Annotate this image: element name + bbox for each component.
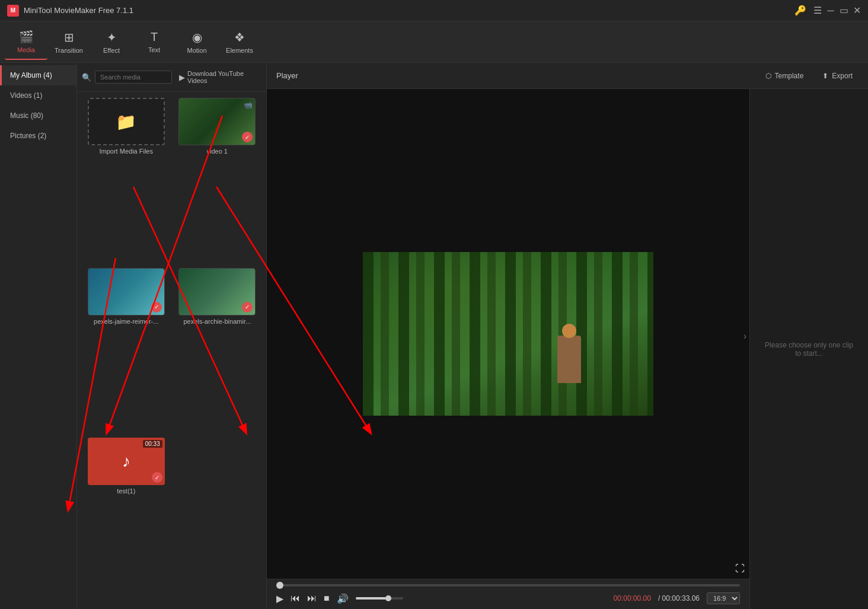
toolbar-transition[interactable]: ⊞ Transition (47, 24, 90, 60)
chevron-right-icon[interactable]: › (743, 331, 746, 342)
next-frame-btn[interactable]: ⏭ (307, 593, 317, 604)
folder-icon: 📁 (116, 112, 136, 132)
export-icon: ⬆ (822, 72, 828, 80)
key-icon: 🔑 (794, 5, 806, 16)
app-title: MiniTool MovieMaker Free 7.1.1 (24, 6, 794, 15)
media-icon: 🎬 (19, 30, 34, 44)
play-btn[interactable]: ▶ (276, 593, 283, 604)
volume-handle[interactable] (385, 595, 391, 601)
volume-slider[interactable] (356, 597, 403, 600)
video1-thumb: 📹 ✓ (178, 98, 256, 145)
template-label: Template (775, 72, 804, 80)
check-badge-pic2: ✓ (242, 302, 253, 313)
sidebar-item-music[interactable]: Music (80) (0, 106, 76, 126)
camera-badge: 📹 (244, 101, 253, 109)
effect-icon: ✦ (107, 30, 117, 44)
toolbar-effect-label: Effect (103, 47, 120, 54)
toolbar-media[interactable]: 🎬 Media (5, 24, 47, 60)
title-bar: M MiniTool MovieMaker Free 7.1.1 🔑 ☰ ─ ▭… (0, 0, 868, 21)
player-video-row: ⛶ ▶ ⏮ ⏭ ■ 🔊 (267, 89, 868, 609)
pic1-label: pexels-jaime-reimer-... (94, 318, 158, 325)
player-controls: ▶ ⏮ ⏭ ■ 🔊 00:00:00.00 / 00:00:33.06 (267, 579, 749, 609)
aspect-ratio-select[interactable]: 16:9 9:16 4:3 1:1 (707, 592, 740, 604)
player-column: Player ⬡ Template ⬆ Export ⛶ (267, 63, 868, 609)
sidebar-item-album[interactable]: My Album (4) (0, 65, 76, 85)
window-controls: ☰ ─ ▭ ✕ (813, 7, 861, 15)
sidebar-item-pictures[interactable]: Pictures (2) (0, 126, 76, 146)
toolbar-text-label: Text (148, 46, 160, 53)
right-panel: › Please choose only one clip to start..… (749, 89, 868, 609)
minimize-btn[interactable]: ─ (826, 7, 835, 15)
text-icon: T (151, 30, 158, 44)
pic2-thumb: ✓ (178, 268, 256, 315)
check-badge-video1: ✓ (242, 132, 253, 142)
close-btn[interactable]: ✕ (853, 7, 861, 15)
media-grid: 📁 Import Media Files 📹 ✓ video 1 ✓ pexel… (77, 92, 266, 609)
sidebar: My Album (4) Videos (1) Music (80) Pictu… (0, 63, 77, 609)
volume-fill (356, 597, 387, 600)
template-icon: ⬡ (765, 72, 771, 80)
toolbar-elements[interactable]: ❖ Elements (218, 24, 261, 60)
music-thumb: ♪ 00:33 ✓ (88, 438, 165, 485)
prev-frame-btn[interactable]: ⏮ (291, 593, 300, 604)
video-preview: ⛶ (267, 89, 749, 579)
youtube-icon: ▶ (179, 73, 185, 82)
check-badge-pic1: ✓ (151, 302, 162, 313)
video-frame (363, 252, 653, 416)
export-btn[interactable]: ⬆ Export (816, 69, 859, 82)
progress-handle[interactable] (276, 582, 283, 589)
media-item-video1[interactable]: 📹 ✓ video 1 (174, 98, 261, 263)
media-item-pic1[interactable]: ✓ pexels-jaime-reimer-... (83, 268, 170, 433)
toolbar-media-label: Media (17, 46, 35, 53)
toolbar-elements-label: Elements (226, 47, 253, 54)
app-icon: M (7, 5, 19, 17)
youtube-download-label: Download YouTube Videos (187, 70, 258, 84)
time-current: 00:00:00.00 (614, 594, 651, 602)
import-thumb: 📁 (88, 98, 165, 145)
pic1-thumb: ✓ (88, 268, 165, 315)
stop-btn[interactable]: ■ (324, 593, 330, 604)
toolbar-transition-label: Transition (55, 47, 83, 54)
check-badge-music: ✓ (152, 472, 162, 483)
transition-icon: ⊞ (64, 30, 74, 44)
music-icon: ♪ (122, 452, 130, 471)
pic2-label: pexels-archie-binamir... (183, 318, 251, 325)
music-label: test(1) (117, 487, 135, 495)
search-icon: 🔍 (82, 73, 91, 82)
toolbar-effect[interactable]: ✦ Effect (90, 24, 133, 60)
music-duration: 00:33 (143, 440, 162, 448)
volume-icon: 🔊 (337, 593, 349, 604)
media-search-bar: 🔍 ▶ Download YouTube Videos (77, 63, 266, 92)
player-video-main: ⛶ ▶ ⏮ ⏭ ■ 🔊 (267, 89, 749, 609)
media-item-music[interactable]: ♪ 00:33 ✓ test(1) (83, 438, 170, 603)
right-panel-text: Please choose only one clip to start... (762, 341, 856, 358)
progress-bar[interactable] (276, 584, 740, 586)
player-header: Player ⬡ Template ⬆ Export (267, 63, 868, 89)
template-btn[interactable]: ⬡ Template (760, 69, 810, 82)
maximize-btn[interactable]: ▭ (840, 7, 848, 15)
video-trees (363, 252, 653, 416)
sidebar-item-videos[interactable]: Videos (1) (0, 85, 76, 106)
video1-label: video 1 (207, 148, 228, 155)
import-label: Import Media Files (100, 148, 153, 155)
main-content: My Album (4) Videos (1) Music (80) Pictu… (0, 63, 868, 609)
export-label: Export (832, 72, 853, 80)
menu-btn[interactable]: ☰ (813, 7, 822, 15)
toolbar-text[interactable]: T Text (133, 24, 175, 60)
media-item-pic2[interactable]: ✓ pexels-archie-binamir... (174, 268, 261, 433)
main-toolbar: 🎬 Media ⊞ Transition ✦ Effect T Text ◉ M… (0, 21, 868, 63)
time-total: / 00:00:33.06 (658, 594, 700, 602)
elements-icon: ❖ (234, 30, 245, 44)
player-title: Player (276, 71, 298, 80)
video-person (557, 336, 581, 383)
fullscreen-btn[interactable]: ⛶ (735, 563, 745, 574)
toolbar-motion[interactable]: ◉ Motion (175, 24, 218, 60)
motion-icon: ◉ (192, 30, 202, 44)
media-panel: 🔍 ▶ Download YouTube Videos 📁 Import Med… (77, 63, 267, 609)
import-media-item[interactable]: 📁 Import Media Files (83, 98, 170, 263)
search-input[interactable] (95, 71, 172, 84)
youtube-download-btn[interactable]: ▶ Download YouTube Videos (175, 68, 261, 87)
controls-row: ▶ ⏮ ⏭ ■ 🔊 00:00:00.00 / 00:00:33.06 (276, 592, 740, 604)
toolbar-motion-label: Motion (187, 47, 206, 54)
